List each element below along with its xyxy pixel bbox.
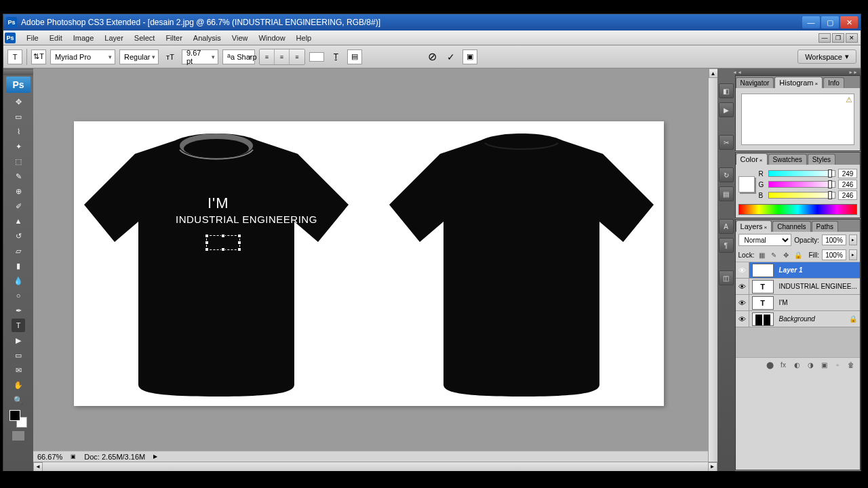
lock-all-icon[interactable]: 🔒 [793,250,803,260]
magic-wand-tool[interactable]: ✦ [12,140,25,153]
group-button[interactable]: ▣ [818,359,830,370]
tab-paths[interactable]: Paths [812,221,839,232]
align-center-button[interactable]: ≡ [275,49,290,64]
toolbox-handle[interactable] [3,70,33,75]
vertical-scrollbar[interactable]: ▲ [708,68,717,462]
color-spectrum[interactable] [738,204,857,215]
shape-tool[interactable]: ▭ [12,348,25,362]
dock-tools-icon[interactable]: ✂ [719,135,734,150]
layer-name[interactable]: INDUSTRIAL ENGINEE... [776,283,860,290]
zoom-tool[interactable]: 🔍 [12,393,25,407]
dock-paragraph-icon[interactable]: ¶ [719,238,734,253]
cancel-edit-button[interactable]: ⊘ [425,49,439,64]
brush-tool[interactable]: ✐ [12,199,25,213]
menu-select[interactable]: Select [129,33,161,43]
layer-row[interactable]: 👁 Background 🔒 [736,311,860,327]
tab-histogram[interactable]: Histogram× [774,77,823,88]
layer-row[interactable]: 👁 T INDUSTRIAL ENGINEE... [736,279,860,295]
layer-row[interactable]: 👁 T I'M [736,295,860,311]
adjustment-layer-button[interactable]: ◑ [804,359,816,370]
opacity-arrow[interactable]: ▸ [849,235,857,245]
doc-minimize-button[interactable]: — [818,33,831,43]
menu-help[interactable]: Help [291,33,317,43]
scroll-up-button[interactable]: ▲ [709,68,717,78]
menu-analysis[interactable]: Analysis [188,33,226,43]
g-slider[interactable] [768,181,835,188]
text-transform-box[interactable] [206,235,240,250]
r-value[interactable] [838,169,857,178]
tab-channels[interactable]: Channels [772,221,810,232]
eyedropper-tool[interactable]: ✎ [12,169,25,183]
dodge-tool[interactable]: ○ [12,289,25,302]
g-value[interactable] [838,180,857,189]
healing-brush-tool[interactable]: ⊕ [12,184,25,198]
layer-name[interactable]: Background [776,315,849,323]
quick-mask-toggle[interactable] [12,430,25,441]
crop-tool[interactable]: ⬚ [12,155,25,168]
color-picker[interactable] [9,410,27,428]
menu-file[interactable]: File [21,33,44,43]
fill-input[interactable] [822,249,846,260]
opacity-input[interactable] [822,235,846,245]
zoom-level[interactable]: 66.67% [37,453,62,461]
minimize-button[interactable]: — [802,16,820,28]
layer-row[interactable]: 👁 T Layer 1 [736,262,860,279]
r-slider[interactable] [768,170,835,177]
doc-restore-button[interactable]: ❐ [832,33,844,43]
menu-view[interactable]: View [226,33,254,43]
marquee-tool[interactable]: ▭ [12,110,25,123]
align-left-button[interactable]: ≡ [260,49,275,64]
tab-layers[interactable]: Layers× [736,220,772,232]
color-foreground-swatch[interactable] [738,176,755,192]
layer-visibility-toggle[interactable]: 👁 [736,295,749,310]
font-size-select[interactable]: 9.67 pt [182,49,218,64]
menu-image[interactable]: Image [68,33,100,43]
lock-position-icon[interactable]: ✥ [781,250,791,260]
dock-character-icon[interactable]: A [719,219,734,234]
eraser-tool[interactable]: ▱ [12,244,25,258]
lock-transparency-icon[interactable]: ▦ [757,250,766,260]
ps-menu-icon[interactable]: Ps [5,33,16,43]
tab-styles[interactable]: Styles [808,154,835,165]
doc-close-button[interactable]: ✕ [846,33,858,43]
text-orientation-button[interactable]: ⇅T [31,49,46,64]
tab-color[interactable]: Color× [736,153,768,165]
b-value[interactable] [838,190,857,200]
commit-edit-button[interactable]: ✓ [443,49,458,64]
path-selection-tool[interactable]: ▶ [12,333,25,347]
layer-visibility-toggle[interactable]: 👁 [736,279,749,294]
close-button[interactable]: ✕ [840,16,858,28]
layer-name[interactable]: Layer 1 [776,266,860,274]
dock-history-icon[interactable]: ↻ [719,167,734,182]
blend-mode-select[interactable]: Normal [738,234,792,246]
blur-tool[interactable]: 💧 [12,274,25,287]
link-layers-button[interactable]: ⬤ [764,359,776,370]
move-tool[interactable]: ✥ [12,95,25,108]
fill-arrow[interactable]: ▸ [849,249,857,260]
maximize-button[interactable]: ▢ [821,16,839,28]
align-right-button[interactable]: ≡ [290,49,304,64]
horizontal-scrollbar[interactable]: ◄ ► [33,462,717,471]
font-family-select[interactable]: Myriad Pro [50,49,115,64]
notes-tool[interactable]: ✉ [12,363,25,377]
text-tool[interactable]: T [12,319,25,332]
panel-collapse-bar[interactable] [735,68,861,75]
hand-tool[interactable]: ✋ [12,378,25,392]
tab-navigator[interactable]: Navigator [736,77,774,88]
lasso-tool[interactable]: ⌇ [12,125,25,138]
lock-pixels-icon[interactable]: ✎ [769,250,778,260]
new-layer-button[interactable]: ▫ [831,359,844,370]
layer-style-button[interactable]: fx [777,359,789,370]
character-panel-button[interactable]: ▤ [347,49,362,64]
history-brush-tool[interactable]: ↺ [12,229,25,243]
warning-icon[interactable]: ⚠ [846,96,852,104]
layer-visibility-toggle[interactable]: 👁 [736,262,749,278]
antialias-select[interactable]: aa Sharp [222,49,255,64]
menu-filter[interactable]: Filter [160,33,187,43]
menu-window[interactable]: Window [253,33,290,43]
menu-layer[interactable]: Layer [99,33,129,43]
workspace-button[interactable]: Workspace ▾ [797,49,856,64]
foreground-color[interactable] [9,410,20,421]
layer-mask-button[interactable]: ◐ [791,359,803,370]
tab-swatches[interactable]: Swatches [768,154,807,165]
